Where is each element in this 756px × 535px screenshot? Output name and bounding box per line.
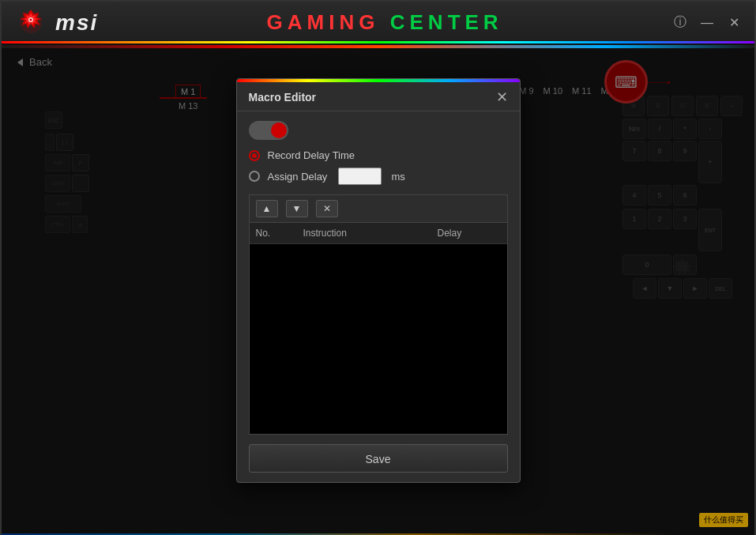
modal-header: Macro Editor ✕ xyxy=(237,82,520,111)
close-button[interactable]: ✕ xyxy=(725,14,743,32)
toggle-area xyxy=(249,121,508,140)
title-center: CENTER xyxy=(390,10,503,34)
table-body xyxy=(250,244,507,434)
radio-options: Record Delay Time Assign Delay ms xyxy=(249,149,508,185)
radio-row-record: Record Delay Time xyxy=(249,149,508,161)
assign-delay-input[interactable] xyxy=(338,168,382,185)
title-rainbow-bar xyxy=(2,41,754,43)
toggle-switch[interactable] xyxy=(249,121,288,140)
modal-body: Record Delay Time Assign Delay ms xyxy=(237,111,520,482)
toolbar-up-button[interactable]: ▲ xyxy=(256,200,278,217)
title-bar: msi GAMING CENTER ⓘ — ✕ xyxy=(2,2,754,45)
radio-row-assign: Assign Delay ms xyxy=(249,168,508,185)
minimize-button[interactable]: — xyxy=(698,14,716,32)
main-content: Back M 1 M 13 M 9 M 10 M 11 M 12 ⌨ xyxy=(2,45,754,535)
assign-delay-label: Assign Delay xyxy=(268,171,328,183)
radio-record-delay[interactable] xyxy=(249,150,260,161)
macro-editor-modal: Macro Editor ✕ xyxy=(236,78,521,483)
toolbar-down-button[interactable]: ▼ xyxy=(286,200,308,217)
col-no: No. xyxy=(256,228,303,239)
toolbar-delete-button[interactable]: ✕ xyxy=(316,200,338,217)
svg-point-1 xyxy=(30,18,32,21)
record-delay-label: Record Delay Time xyxy=(268,149,355,161)
title-controls: ⓘ — ✕ xyxy=(671,14,743,32)
watermark: 什么值得买 xyxy=(699,513,748,527)
modal-close-button[interactable]: ✕ xyxy=(496,90,508,104)
col-instruction: Instruction xyxy=(303,228,438,239)
modal-title: Macro Editor xyxy=(249,91,317,104)
table-toolbar: ▲ ▼ ✕ xyxy=(250,195,507,223)
msi-logo-text: msi xyxy=(55,10,98,36)
ms-unit-label: ms xyxy=(391,171,404,183)
modal-overlay: Macro Editor ✕ xyxy=(2,48,754,535)
msi-dragon-icon xyxy=(13,8,49,38)
col-delay: Delay xyxy=(438,228,501,239)
table-header: No. Instruction Delay xyxy=(250,223,507,244)
radio-assign-delay[interactable] xyxy=(249,171,260,182)
save-button[interactable]: Save xyxy=(249,444,508,473)
macro-table: ▲ ▼ ✕ No. Instruction Delay xyxy=(249,194,508,435)
content-body: Back M 1 M 13 M 9 M 10 M 11 M 12 ⌨ xyxy=(2,48,754,535)
title-gaming: GAMING xyxy=(267,10,380,34)
app-container: msi GAMING CENTER ⓘ — ✕ Back M 1 xyxy=(0,0,756,535)
toggle-knob xyxy=(271,122,287,138)
logo-area: msi xyxy=(13,8,98,38)
app-title: GAMING CENTER xyxy=(98,10,671,35)
info-button[interactable]: ⓘ xyxy=(671,14,689,32)
